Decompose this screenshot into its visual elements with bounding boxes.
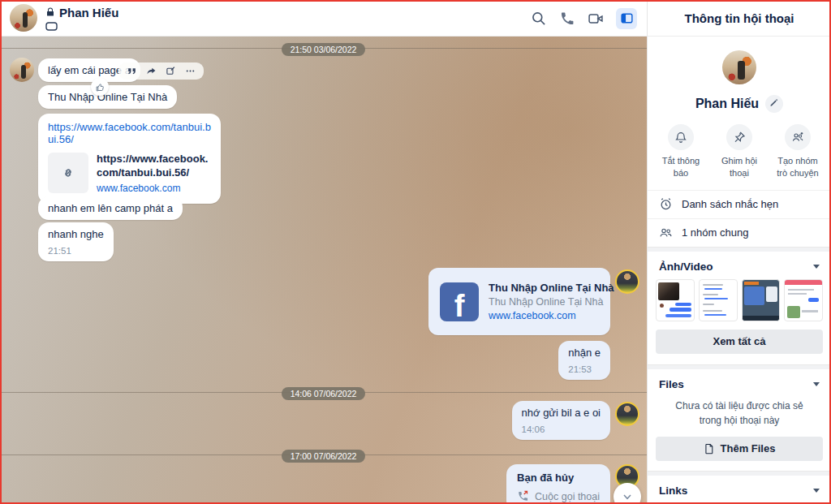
pin-icon bbox=[733, 131, 746, 144]
missed-call-arrow-icon bbox=[524, 491, 527, 494]
view-all-media-button[interactable]: Xem tất cả bbox=[656, 330, 823, 354]
scroll-to-bottom-button[interactable] bbox=[614, 483, 641, 504]
chevron-down-icon bbox=[813, 265, 820, 269]
photo-thumbnail[interactable] bbox=[656, 279, 695, 321]
contact-name: Phan Hiếu bbox=[59, 6, 118, 19]
my-avatar[interactable] bbox=[615, 402, 639, 426]
lock-icon bbox=[45, 7, 55, 17]
contact-avatar[interactable] bbox=[722, 50, 756, 84]
tag-icon[interactable] bbox=[45, 22, 58, 31]
chevron-down-icon bbox=[813, 382, 820, 386]
mute-notifications-button[interactable]: Tắt thông báo bbox=[656, 124, 706, 179]
create-group-icon bbox=[791, 131, 804, 144]
bell-icon bbox=[674, 131, 687, 144]
date-divider: 21:50 03/06/2022 bbox=[0, 41, 647, 54]
link-preview-card[interactable]: https://www.facebook.com/tanbui.bui.56/ … bbox=[48, 153, 211, 194]
more-icon[interactable] bbox=[185, 66, 196, 76]
files-empty-text: Chưa có tài liệu được chia sẻ trong hội … bbox=[648, 397, 831, 429]
facebook-icon: f bbox=[440, 282, 479, 321]
edit-nickname-button[interactable] bbox=[765, 95, 783, 113]
message-hover-toolbar bbox=[118, 62, 204, 80]
link-domain[interactable]: www.facebook.com bbox=[97, 183, 211, 194]
mutual-groups-item[interactable]: 1 nhóm chung bbox=[648, 218, 831, 247]
chat-pane: Phan Hiếu 21:50 03/06/2022 lấy em cái pa… bbox=[0, 0, 647, 504]
photo-thumbnail[interactable] bbox=[784, 279, 823, 321]
create-group-button[interactable]: Tạo nhóm trò chuyện bbox=[773, 124, 823, 179]
message-history[interactable]: 21:50 03/06/2022 lấy em cái page a Thu N… bbox=[0, 37, 647, 504]
outgoing-message[interactable]: nhận e 21:53 bbox=[558, 341, 610, 380]
panel-title: Thông tin hội thoại bbox=[648, 0, 831, 37]
voice-call-icon bbox=[517, 490, 529, 502]
links-section-header[interactable]: Links bbox=[648, 476, 831, 503]
reminder-list-item[interactable]: Danh sách nhắc hẹn bbox=[648, 190, 831, 218]
thumbs-up-reaction[interactable] bbox=[91, 78, 109, 96]
photo-thumbnail[interactable] bbox=[742, 279, 781, 321]
quote-icon[interactable] bbox=[127, 66, 137, 76]
date-divider: 17:00 07/06/2022 bbox=[0, 448, 647, 461]
message-link[interactable]: https://www.facebook.com/tanbui.bui.56/ bbox=[48, 121, 211, 145]
chat-app-window: Phan Hiếu 21:50 03/06/2022 lấy em cái pa… bbox=[0, 0, 831, 504]
date-divider: 14:06 07/06/2022 bbox=[0, 386, 647, 398]
incoming-message[interactable]: nhanh nghe 21:51 bbox=[38, 222, 114, 261]
thumbs-up-icon bbox=[95, 82, 105, 93]
group-icon bbox=[659, 226, 673, 239]
photo-thumbnail[interactable] bbox=[699, 279, 738, 321]
cancelled-call-message[interactable]: Bạn đã hủy Cuộc gọi thoại bbox=[506, 464, 610, 504]
incoming-link-message[interactable]: https://www.facebook.com/tanbui.bui.56/ … bbox=[38, 114, 221, 204]
conversation-info-panel: Thông tin hội thoại Phan Hiếu Tắt thông … bbox=[647, 0, 831, 504]
alarm-icon bbox=[659, 197, 673, 211]
info-panel-toggle-button[interactable] bbox=[616, 8, 637, 29]
add-files-button[interactable]: Thêm Files bbox=[656, 437, 823, 461]
pin-conversation-button[interactable]: Ghim hội thoại bbox=[714, 124, 764, 179]
outgoing-page-share-card[interactable]: f Thu Nhập Online Tại Nhà Thu Nhập Onlin… bbox=[428, 268, 610, 335]
video-call-icon[interactable] bbox=[588, 11, 604, 27]
forward-icon[interactable] bbox=[146, 66, 157, 76]
my-avatar[interactable] bbox=[615, 269, 639, 294]
media-section-header[interactable]: Ảnh/Video bbox=[648, 252, 831, 279]
message-time: 14:06 bbox=[522, 424, 601, 434]
outgoing-message[interactable]: nhớ gửi bil a e oi 14:06 bbox=[512, 401, 610, 440]
link-domain[interactable]: www.facebook.com bbox=[489, 310, 599, 321]
contact-avatar[interactable] bbox=[10, 58, 34, 82]
files-section-header[interactable]: Files bbox=[648, 369, 831, 397]
compose-icon[interactable] bbox=[166, 66, 176, 76]
voice-call-icon[interactable] bbox=[559, 11, 575, 27]
link-icon bbox=[60, 165, 76, 181]
search-icon[interactable] bbox=[531, 11, 547, 27]
contact-name: Phan Hiếu bbox=[695, 97, 759, 111]
incoming-message[interactable]: nhanh em lên camp phát a bbox=[38, 196, 183, 220]
chat-header: Phan Hiếu bbox=[0, 0, 647, 37]
pencil-icon bbox=[769, 99, 779, 109]
message-time: 21:53 bbox=[568, 364, 601, 374]
message-time: 21:51 bbox=[48, 246, 104, 256]
chevron-down-icon bbox=[813, 489, 820, 493]
file-icon bbox=[704, 443, 715, 454]
info-panel-toggle-icon bbox=[620, 11, 634, 25]
contact-avatar[interactable] bbox=[10, 4, 37, 32]
chevron-down-icon bbox=[621, 490, 634, 503]
